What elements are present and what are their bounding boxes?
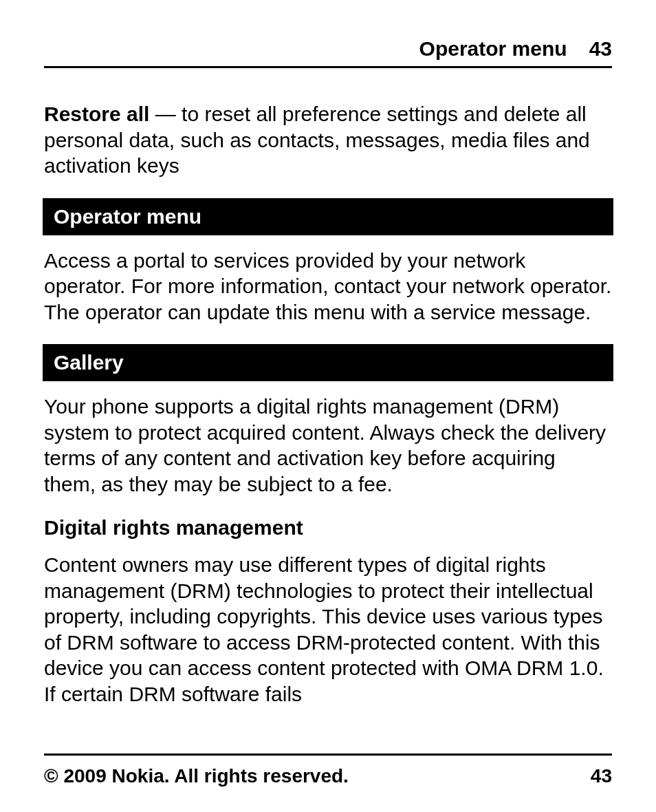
header-page-number: 43 [589,37,612,61]
page-header: Operator menu 43 [44,37,612,68]
footer-page-number: 43 [591,765,612,787]
gallery-intro-paragraph: Your phone supports a digital rights man… [44,394,612,497]
operator-paragraph: Access a portal to services provided by … [44,248,612,325]
page-content: Restore all — to reset all preference se… [44,68,612,754]
footer-copyright: © 2009 Nokia. All rights reserved. [44,765,349,787]
page: Operator menu 43 Restore all — to reset … [0,0,656,812]
gallery-drm-paragraph: Content owners may use different types o… [44,552,612,707]
header-title: Operator menu [419,37,567,61]
page-footer: © 2009 Nokia. All rights reserved. 43 [44,754,612,787]
restore-lead: Restore all [44,103,149,125]
gallery-subheading: Digital rights management [44,516,612,539]
section-heading-operator: Operator menu [43,198,613,235]
section-heading-gallery: Gallery [43,344,613,381]
restore-paragraph: Restore all — to reset all preference se… [44,101,612,179]
